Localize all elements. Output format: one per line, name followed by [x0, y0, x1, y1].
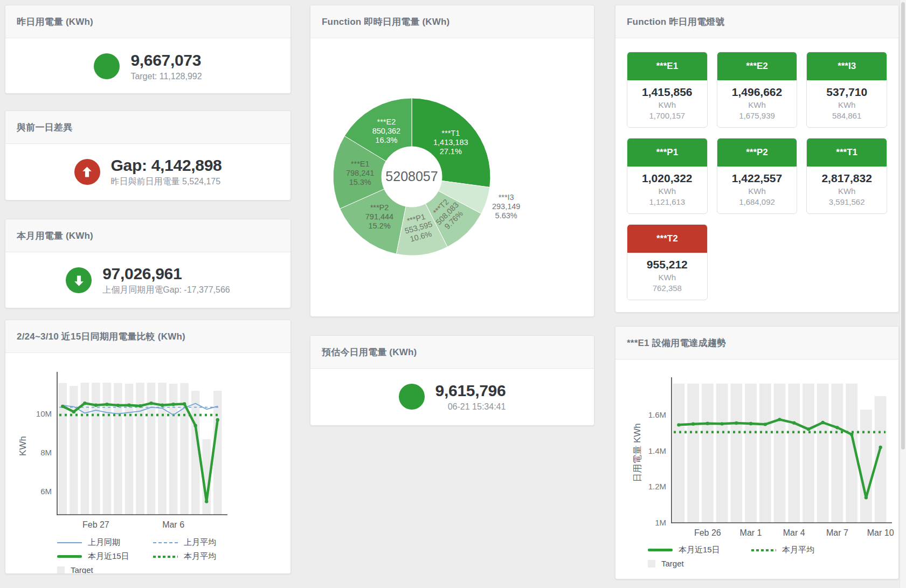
card-e1-trend: ***E1 設備用電達成趨勢 1M1.2M1.4M1.6MFeb 26Mar 1…	[615, 326, 899, 579]
lamp-tile-grid: ***E1 1,415,856 KWh 1,700,157 ***E2 1,49…	[615, 38, 898, 313]
green-line-swatch-icon	[57, 555, 82, 558]
card-realtime-donut: Function 即時日用電量 (KWh) ***T11,413,18327.1…	[310, 5, 594, 317]
card-title: Function 昨日用電燈號	[627, 16, 724, 28]
green-dash-swatch-icon	[751, 549, 776, 551]
lamp-tile-body: 955,212 KWh 762,358	[627, 253, 707, 300]
lamp-tile-body: 1,496,662 KWh 1,675,939	[717, 80, 797, 127]
tile-unit: KWh	[809, 186, 884, 196]
lamp-tile-body: 2,817,832 KWh 3,591,562	[807, 167, 887, 213]
lamp-tile-header: ***P1	[627, 139, 707, 167]
card-header: 預估今日用電量 (KWh)	[310, 336, 594, 369]
green-line-swatch-icon	[648, 549, 673, 551]
tile-target: 1,675,939	[720, 111, 795, 120]
svg-text:1.6M: 1.6M	[648, 410, 666, 419]
page-scrollbar[interactable]	[900, 0, 906, 588]
card-title: 預估今日用電量 (KWh)	[322, 346, 417, 358]
legend-item[interactable]: Target	[57, 565, 153, 574]
e1-trend-line-chart[interactable]: 1M1.2M1.4M1.6MFeb 26Mar 1Mar 4Mar 7Mar 1…	[615, 369, 898, 543]
legend-item[interactable]: 本月近15日	[57, 551, 153, 562]
svg-text:Mar 10: Mar 10	[867, 528, 894, 537]
legend-item[interactable]: Target	[648, 559, 751, 568]
legend-label: Target	[71, 565, 93, 574]
tile-unit: KWh	[720, 100, 795, 109]
card-header: 與前一日差異	[5, 111, 291, 144]
legend-item[interactable]: 上月平均	[153, 537, 291, 548]
card-header: 昨日用電量 (KWh)	[5, 5, 291, 38]
function-donut-chart[interactable]: ***T11,413,18327.1%***I3293,1495.63%***T…	[310, 38, 594, 316]
legend-label: 本月平均	[782, 545, 814, 555]
card-title: Function 即時日用電量 (KWh)	[322, 16, 449, 28]
lamp-tile-header: ***E2	[717, 52, 797, 80]
card-day-gap: 與前一日差異 Gap: 4,142,898 昨日與前日用電量 5,524,175	[5, 110, 291, 200]
lamp-tile-header: ***I3	[807, 52, 887, 80]
lamp-tile-header: ***T1	[807, 139, 887, 167]
blue-line-swatch-icon	[57, 542, 82, 543]
lamp-tile-header: ***P2	[717, 139, 797, 167]
lamp-tile-body: 537,710 KWh 584,861	[807, 80, 887, 127]
svg-text:Feb 26: Feb 26	[694, 528, 721, 537]
tile-unit: KWh	[630, 186, 705, 196]
lamp-tile-t1: ***T1 2,817,832 KWh 3,591,562	[806, 138, 887, 214]
tile-value: 1,020,322	[630, 172, 705, 185]
card-estimate-today: 預估今日用電量 (KWh) 9,615,796 06-21 15:34:41	[310, 335, 594, 426]
tile-target: 1,684,092	[720, 197, 795, 206]
blue-dash-swatch-icon	[153, 542, 178, 543]
card-month-usage: 本月用電量 (KWh) 97,026,961 上個月同期用電Gap: -17,3…	[5, 219, 291, 308]
legend-label: 本月平均	[184, 551, 216, 562]
legend-item[interactable]: 本月平均	[153, 551, 291, 562]
legend-item[interactable]: 上月同期	[57, 537, 153, 548]
lamp-tile-t2: ***T2 955,212 KWh 762,358	[627, 224, 708, 300]
chart-legend: 上月同期 上月平均 本月近15日 本月平均 Target	[57, 537, 291, 574]
lamp-tile-p1: ***P1 1,020,322 KWh 1,121,613	[627, 138, 708, 214]
svg-text:Mar 4: Mar 4	[783, 528, 805, 537]
card-compare-chart: 2/24~3/10 近15日同期用電量比較 (KWh) 6M8M10MFeb 2…	[5, 320, 291, 574]
svg-text:Mar 1: Mar 1	[740, 528, 762, 537]
scrollbar-thumb[interactable]	[901, 2, 905, 449]
tile-value: 955,212	[630, 258, 705, 271]
svg-text:***I3293,1495.63%: ***I3293,1495.63%	[492, 193, 520, 220]
chart-body: 6M8M10MFeb 27Mar 6KWh 上月同期 上月平均 本月近15日 本…	[5, 353, 291, 574]
tile-target: 3,591,562	[809, 197, 884, 206]
gray-box-swatch-icon	[57, 566, 65, 574]
card-header: ***E1 設備用電達成趨勢	[615, 327, 898, 359]
tile-target: 584,861	[809, 111, 884, 120]
arrow-up-circle-icon	[74, 159, 100, 185]
tile-unit: KWh	[809, 100, 884, 109]
kpi-body: 9,615,796 06-21 15:34:41	[310, 369, 594, 425]
card-title: 2/24~3/10 近15日同期用電量比較 (KWh)	[17, 330, 185, 343]
svg-text:日用電量 KWh: 日用電量 KWh	[632, 423, 642, 482]
legend-item[interactable]: 本月近15日	[648, 545, 751, 555]
lamp-tile-header: ***T2	[627, 225, 707, 253]
card-title: 昨日用電量 (KWh)	[17, 16, 93, 28]
svg-text:Mar 6: Mar 6	[162, 520, 184, 529]
svg-text:6M: 6M	[40, 487, 52, 496]
kpi-value: 9,667,073	[130, 51, 202, 70]
compare-line-chart[interactable]: 6M8M10MFeb 27Mar 6KWh	[5, 353, 291, 536]
tile-unit: KWh	[720, 186, 795, 196]
tile-value: 1,415,856	[630, 86, 705, 99]
lamp-tile-p2: ***P2 1,422,557 KWh 1,684,092	[717, 138, 798, 214]
legend-item[interactable]: 本月平均	[751, 545, 898, 555]
lamp-tile-e2: ***E2 1,496,662 KWh 1,675,939	[717, 52, 798, 128]
tile-value: 1,422,557	[720, 172, 795, 185]
svg-text:Feb 27: Feb 27	[82, 520, 109, 529]
card-header: 本月用電量 (KWh)	[5, 219, 291, 252]
lamp-tile-i3: ***I3 537,710 KWh 584,861	[806, 52, 887, 128]
card-header: 2/24~3/10 近15日同期用電量比較 (KWh)	[5, 320, 291, 353]
lamp-tile-body: 1,422,557 KWh 1,684,092	[717, 167, 797, 213]
tile-target: 1,121,613	[630, 197, 705, 206]
tile-unit: KWh	[630, 273, 705, 282]
kpi-value: Gap: 4,142,898	[111, 156, 222, 175]
kpi-body: Gap: 4,142,898 昨日與前日用電量 5,524,175	[5, 144, 291, 200]
tile-target: 1,700,157	[630, 111, 705, 120]
kpi-value: 97,026,961	[102, 265, 230, 283]
svg-text:10M: 10M	[36, 409, 52, 418]
legend-label: 本月近15日	[679, 545, 720, 555]
card-title: ***E1 設備用電達成趨勢	[627, 337, 726, 349]
legend-label: 本月近15日	[88, 551, 129, 562]
chart-body: 1M1.2M1.4M1.6MFeb 26Mar 1Mar 4Mar 7Mar 1…	[615, 369, 898, 568]
card-title: 與前一日差異	[17, 121, 72, 134]
lamp-tile-e1: ***E1 1,415,856 KWh 1,700,157	[627, 52, 708, 128]
card-yesterday-usage: 昨日用電量 (KWh) 9,667,073 Target: 11,128,992	[5, 5, 291, 94]
tile-unit: KWh	[630, 100, 705, 109]
